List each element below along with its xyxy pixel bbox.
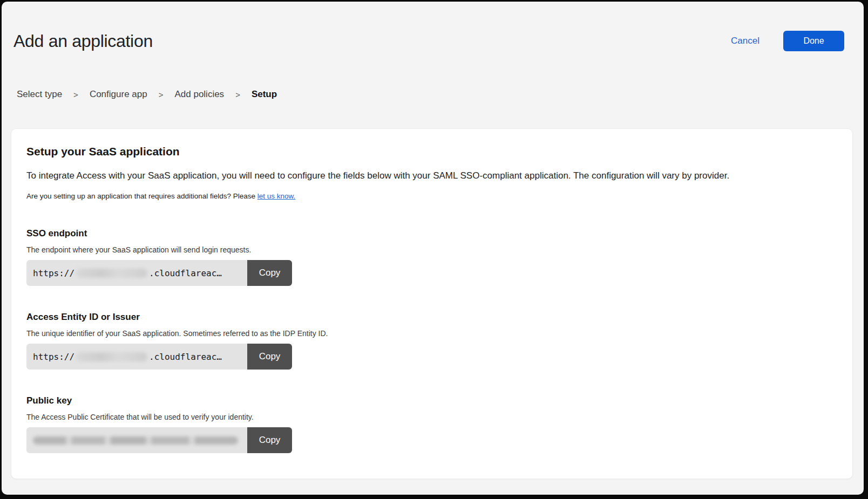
card-note: Are you setting up an application that r… bbox=[26, 192, 837, 200]
breadcrumb-step-configure-app[interactable]: Configure app bbox=[90, 89, 147, 100]
cancel-button[interactable]: Cancel bbox=[731, 36, 760, 46]
done-button[interactable]: Done bbox=[783, 31, 844, 51]
sso-endpoint-value[interactable]: https:// .cloudflareac… bbox=[26, 260, 247, 286]
page-title: Add an application bbox=[13, 31, 153, 51]
header-actions: Cancel Done bbox=[731, 31, 844, 51]
sso-endpoint-copy-button[interactable]: Copy bbox=[247, 260, 292, 286]
breadcrumb-step-add-policies[interactable]: Add policies bbox=[174, 89, 224, 100]
public-key-value[interactable] bbox=[26, 427, 247, 453]
card-note-text: Are you setting up an application that r… bbox=[26, 192, 257, 200]
entity-id-description: The unique identifier of your SaaS appli… bbox=[26, 329, 837, 338]
breadcrumb-separator: > bbox=[159, 90, 164, 99]
value-prefix: https:// bbox=[33, 268, 74, 278]
redacted-value-blur bbox=[76, 269, 147, 278]
entity-id-value[interactable]: https:// .cloudflareac… bbox=[26, 344, 247, 370]
breadcrumb-step-setup: Setup bbox=[252, 89, 277, 100]
entity-id-row: https:// .cloudflareac… Copy bbox=[26, 344, 292, 370]
redacted-value-blur bbox=[33, 436, 238, 445]
sso-endpoint-row: https:// .cloudflareac… Copy bbox=[26, 260, 292, 286]
public-key-label: Public key bbox=[26, 395, 837, 406]
sso-endpoint-label: SSO endpoint bbox=[26, 228, 837, 239]
public-key-section: Public key The Access Public Certificate… bbox=[26, 395, 837, 453]
page-header: Add an application Cancel Done bbox=[2, 2, 864, 51]
card-intro-text: To integrate Access with your SaaS appli… bbox=[26, 170, 837, 181]
entity-id-section: Access Entity ID or Issuer The unique id… bbox=[26, 312, 837, 370]
breadcrumb: Select type > Configure app > Add polici… bbox=[17, 89, 864, 100]
public-key-copy-button[interactable]: Copy bbox=[247, 427, 292, 453]
public-key-row: Copy bbox=[26, 427, 292, 453]
let-us-know-link[interactable]: let us know. bbox=[257, 192, 296, 200]
sso-endpoint-section: SSO endpoint The endpoint where your Saa… bbox=[26, 228, 837, 286]
value-suffix: .cloudflareac… bbox=[149, 352, 222, 362]
entity-id-label: Access Entity ID or Issuer bbox=[26, 312, 837, 323]
breadcrumb-separator: > bbox=[73, 90, 78, 99]
value-suffix: .cloudflareac… bbox=[149, 268, 222, 278]
sso-endpoint-description: The endpoint where your SaaS application… bbox=[26, 245, 837, 254]
public-key-description: The Access Public Certificate that will … bbox=[26, 413, 837, 421]
breadcrumb-separator: > bbox=[235, 90, 240, 99]
card-heading: Setup your SaaS application bbox=[26, 145, 837, 158]
setup-card: Setup your SaaS application To integrate… bbox=[11, 128, 853, 479]
redacted-value-blur bbox=[76, 352, 147, 361]
entity-id-copy-button[interactable]: Copy bbox=[247, 344, 292, 370]
breadcrumb-step-select-type[interactable]: Select type bbox=[17, 89, 62, 100]
value-prefix: https:// bbox=[33, 352, 74, 362]
page: Add an application Cancel Done Select ty… bbox=[2, 2, 864, 495]
